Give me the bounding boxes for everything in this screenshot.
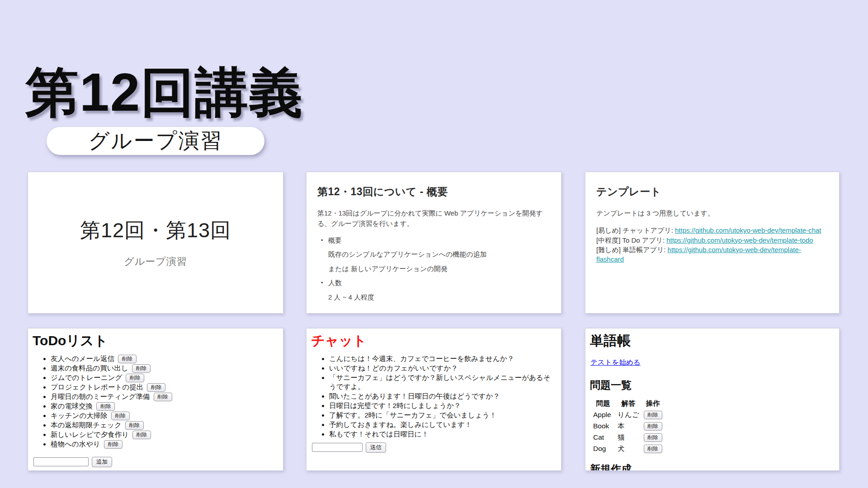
chat-message: 「サニーカフェ」はどうですか？新しいスペシャルメニューがあるそうですよ。 — [329, 373, 557, 391]
chat-message-list: こんにちは！今週末、カフェでコーヒーを飲みませんか？ いいですね！どのカフェがい… — [311, 354, 557, 439]
delete-button[interactable]: 削除 — [644, 422, 662, 431]
todo-add-row: 追加 — [33, 457, 278, 467]
slide-embed-panel: 第12回・第13回 グループ演習 — [28, 172, 283, 314]
flashcard-app-panel: 単語帳 テストを始める 問題一覧 問題 解答 操作 Apple りんご 削除 B… — [585, 328, 840, 471]
bullet-subline: 2 人 ~ 4 人程度 — [317, 292, 550, 303]
delete-button[interactable]: 削除 — [644, 433, 662, 442]
todo-item: 友人へのメール返信削除 — [51, 354, 278, 363]
chat-input[interactable] — [312, 443, 363, 452]
overview-heading: 第12・13回について - 概要 — [317, 185, 550, 199]
overview-intro: 第12・13回はグループに分かれて実際に Web アプリケーションを開発する、グ… — [317, 208, 546, 229]
template-intro: テンプレートは 3 つ用意しています。 — [596, 208, 825, 218]
create-heading: 新規作成 — [590, 462, 835, 471]
bullet-subline: 既存のシンプルなアプリケーションへの機能の追加 — [317, 249, 550, 260]
list-item: 概要 既存のシンプルなアプリケーションへの機能の追加 または 新しいアプリケーシ… — [317, 235, 550, 274]
delete-button[interactable]: 削除 — [125, 421, 144, 430]
table-row: Apple りんご 削除 — [591, 410, 664, 420]
chat-message: こんにちは！今週末、カフェでコーヒーを飲みませんか？ — [329, 354, 557, 363]
cell-answer: 猫 — [616, 432, 641, 443]
todo-item: キッチンの大掃除削除 — [51, 411, 278, 420]
todo-item-text: ジムでのトレーニング — [51, 374, 122, 381]
todo-item-text: 月曜日の朝のミーティング準備 — [51, 393, 150, 400]
delete-button[interactable]: 削除 — [111, 412, 130, 420]
page-title: 第12回講義 — [25, 62, 303, 123]
delete-button[interactable]: 削除 — [132, 364, 151, 373]
flashcard-table: 問題 解答 操作 Apple りんご 削除 Book 本 削除 Cat 猫 削除 — [590, 398, 665, 455]
template-link-line: [易しめ] チャットアプリ: https://github.com/utokyo… — [596, 225, 828, 235]
cell-question: Cat — [591, 432, 615, 443]
send-button[interactable]: 送信 — [366, 442, 386, 453]
todo-item-text: 植物への水やり — [51, 440, 100, 448]
chat-message: 予約しておきますね。楽しみにしています！ — [329, 420, 557, 429]
chat-message: 私もです！それでは日曜日に！ — [329, 430, 557, 439]
template-link-line: [難しめ] 単語帳アプリ: https://github.com/utokyo-… — [596, 245, 828, 264]
template-link-prefix: [易しめ] チャットアプリ: — [596, 226, 675, 234]
todo-item-text: 家の電球交換 — [51, 402, 93, 410]
bullet-label: 概要 — [317, 235, 550, 246]
cell-question: Book — [591, 421, 615, 432]
add-button[interactable]: 追加 — [92, 457, 112, 467]
chat-message: 聞いたことがあります！日曜日の午後はどうですか？ — [329, 392, 557, 401]
template-slide-panel: テンプレート テンプレートは 3 つ用意しています。 [易しめ] チャットアプリ… — [585, 172, 840, 314]
chat-message: いいですね！どのカフェがいいですか？ — [329, 364, 557, 373]
template-link-prefix: [難しめ] 単語帳アプリ: — [596, 246, 668, 253]
cell-question: Dog — [591, 444, 615, 454]
table-row: Book 本 削除 — [591, 421, 664, 432]
todo-heading: ToDoリスト — [33, 333, 278, 349]
delete-button[interactable]: 削除 — [154, 393, 172, 401]
chat-send-row: 送信 — [312, 442, 557, 453]
todo-item-text: 本の返却期限チェック — [51, 421, 122, 429]
cell-answer: 犬 — [616, 444, 641, 454]
todo-item: プロジェクトレポートの提出削除 — [51, 383, 278, 392]
overview-list: 概要 既存のシンプルなアプリケーションへの機能の追加 または 新しいアプリケーシ… — [317, 235, 550, 303]
delete-button[interactable]: 削除 — [132, 431, 151, 439]
todo-item-text: 新しいレシピで夕食作り — [51, 431, 129, 438]
table-row: Dog 犬 削除 — [591, 444, 664, 454]
template-chat-link[interactable]: https://github.com/utokyo-web-dev/templa… — [675, 226, 821, 234]
delete-button[interactable]: 削除 — [118, 355, 137, 363]
todo-item: 本の返却期限チェック削除 — [51, 421, 278, 430]
delete-button[interactable]: 削除 — [104, 440, 123, 449]
delete-button[interactable]: 削除 — [644, 411, 662, 419]
col-action: 操作 — [642, 399, 664, 409]
delete-button[interactable]: 削除 — [126, 374, 144, 382]
todo-item-text: 友人へのメール返信 — [51, 355, 114, 362]
todo-list: 友人へのメール返信削除 週末の食料品の買い出し削除 ジムでのトレーニング削除 プ… — [33, 354, 278, 449]
todo-item: 月曜日の朝のミーティング準備削除 — [51, 392, 278, 401]
slide-subtitle: グループ演習 — [124, 255, 187, 268]
todo-app-panel: ToDoリスト 友人へのメール返信削除 週末の食料品の買い出し削除 ジムでのトレ… — [28, 328, 283, 471]
table-header-row: 問題 解答 操作 — [591, 399, 664, 409]
col-answer: 解答 — [616, 399, 641, 409]
delete-button[interactable]: 削除 — [96, 402, 115, 411]
cell-answer: りんご — [616, 410, 641, 420]
chat-app-panel: チャット こんにちは！今週末、カフェでコーヒーを飲みませんか？ いいですね！どの… — [306, 328, 561, 471]
todo-item: 週末の食料品の買い出し削除 — [51, 364, 278, 373]
template-heading: テンプレート — [596, 185, 828, 199]
group-exercise-badge: グループ演習 — [47, 127, 264, 155]
todo-item-text: 週末の食料品の買い出し — [51, 364, 128, 372]
table-row: Cat 猫 削除 — [591, 432, 664, 443]
question-list-heading: 問題一覧 — [590, 378, 835, 392]
flashcard-heading: 単語帳 — [590, 333, 835, 349]
delete-button[interactable]: 削除 — [147, 383, 165, 392]
todo-item: 新しいレシピで夕食作り削除 — [51, 430, 278, 439]
template-links: [易しめ] チャットアプリ: https://github.com/utokyo… — [596, 225, 828, 264]
template-todo-link[interactable]: https://github.com/utokyo-web-dev/templa… — [666, 236, 813, 244]
chat-message: 了解です。2時に「サニーカフェ」で会いましょう！ — [329, 411, 557, 420]
overview-slide-panel: 第12・13回について - 概要 第12・13回はグループに分かれて実際に We… — [306, 172, 561, 314]
start-test-link[interactable]: テストを始める — [590, 358, 641, 367]
bullet-label: 人数 — [317, 278, 550, 288]
todo-input[interactable] — [33, 457, 89, 466]
delete-button[interactable]: 削除 — [644, 445, 662, 453]
chat-heading: チャット — [311, 333, 557, 349]
col-question: 問題 — [591, 399, 615, 409]
todo-item: 家の電球交換削除 — [51, 402, 278, 411]
list-item: 人数 2 人 ~ 4 人程度 — [317, 278, 550, 302]
todo-item-text: キッチンの大掃除 — [51, 412, 108, 419]
chat-message: 日曜日は完璧です！2時にしましょうか？ — [329, 401, 557, 410]
todo-item-text: プロジェクトレポートの提出 — [51, 383, 143, 391]
template-link-prefix: [中程度] To Do アプリ: — [596, 236, 666, 244]
bullet-subline: または 新しいアプリケーションの開発 — [317, 264, 550, 274]
todo-item: ジムでのトレーニング削除 — [51, 373, 278, 382]
slide-title: 第12回・第13回 — [80, 217, 231, 244]
